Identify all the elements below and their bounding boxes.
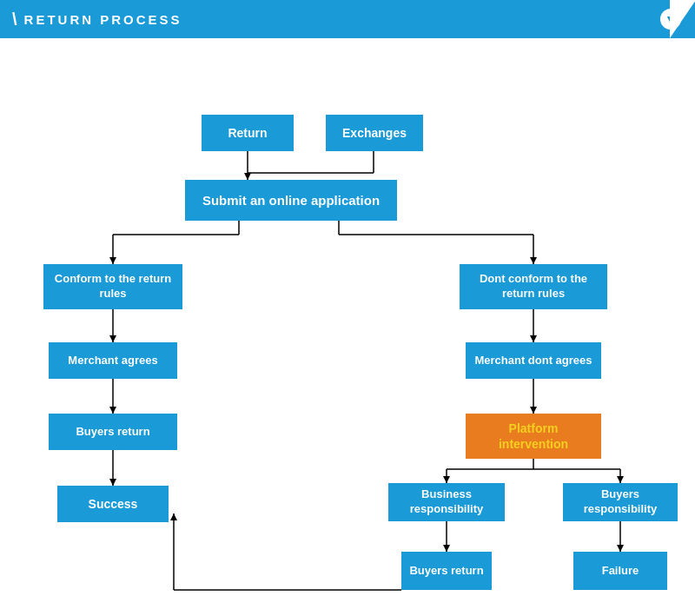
buyers-return-right-box: Buyers return [401,552,492,590]
platform-box: Platform intervention [466,414,601,459]
submit-box: Submit an online application [185,180,397,221]
svg-marker-26 [443,476,450,483]
header-slash: \ [12,10,17,30]
diagram: Return Exchanges Submit an online applic… [0,38,695,616]
svg-marker-36 [617,545,624,552]
business-resp-box: Business responsibility [388,483,505,521]
svg-marker-8 [109,257,116,264]
buyers-return-left-box: Buyers return [49,414,177,450]
collapse-button[interactable]: ▼ [659,7,683,31]
svg-marker-18 [109,479,116,486]
svg-marker-29 [617,476,624,483]
page-title: RETURN PROCESS [24,12,182,27]
failure-box: Failure [573,552,667,590]
svg-marker-4 [244,173,251,180]
conform-box: Conform to the return rules [43,264,182,309]
success-box: Success [57,486,169,522]
svg-marker-22 [530,407,537,414]
return-box: Return [202,115,294,151]
svg-marker-20 [530,335,537,342]
svg-marker-16 [109,407,116,414]
chevron-down-icon: ▼ [665,13,677,25]
svg-marker-31 [443,545,450,552]
svg-marker-12 [530,257,537,264]
dont-conform-box: Dont conform to the return rules [460,264,607,309]
svg-marker-34 [170,513,177,520]
buyers-resp-box: Buyers responsibility [563,483,678,521]
svg-marker-14 [109,335,116,342]
merchant-agrees-box: Merchant agrees [49,342,177,379]
exchanges-box: Exchanges [326,115,423,151]
header: \ RETURN PROCESS ▼ [0,0,695,38]
merchant-dont-box: Merchant dont agrees [466,342,601,379]
